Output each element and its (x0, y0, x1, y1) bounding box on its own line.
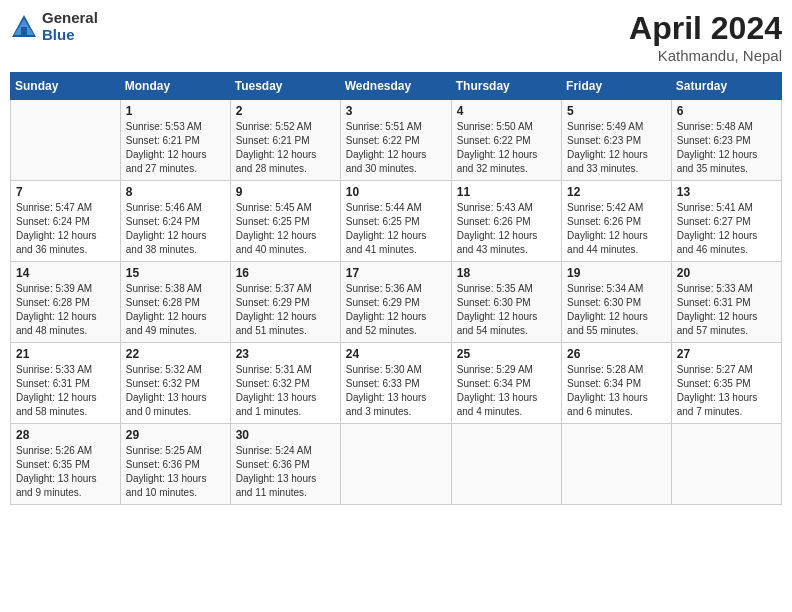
day-cell: 21Sunrise: 5:33 AM Sunset: 6:31 PM Dayli… (11, 343, 121, 424)
logo-text: General Blue (42, 10, 98, 43)
day-cell: 8Sunrise: 5:46 AM Sunset: 6:24 PM Daylig… (120, 181, 230, 262)
day-cell (671, 424, 781, 505)
day-cell: 22Sunrise: 5:32 AM Sunset: 6:32 PM Dayli… (120, 343, 230, 424)
day-number: 23 (236, 347, 335, 361)
day-info: Sunrise: 5:29 AM Sunset: 6:34 PM Dayligh… (457, 363, 556, 419)
day-info: Sunrise: 5:52 AM Sunset: 6:21 PM Dayligh… (236, 120, 335, 176)
day-info: Sunrise: 5:48 AM Sunset: 6:23 PM Dayligh… (677, 120, 776, 176)
day-number: 9 (236, 185, 335, 199)
day-number: 26 (567, 347, 666, 361)
day-number: 21 (16, 347, 115, 361)
title-location: Kathmandu, Nepal (629, 47, 782, 64)
day-number: 28 (16, 428, 115, 442)
day-number: 7 (16, 185, 115, 199)
day-info: Sunrise: 5:51 AM Sunset: 6:22 PM Dayligh… (346, 120, 446, 176)
day-info: Sunrise: 5:44 AM Sunset: 6:25 PM Dayligh… (346, 201, 446, 257)
day-number: 20 (677, 266, 776, 280)
day-info: Sunrise: 5:47 AM Sunset: 6:24 PM Dayligh… (16, 201, 115, 257)
day-number: 24 (346, 347, 446, 361)
day-cell: 3Sunrise: 5:51 AM Sunset: 6:22 PM Daylig… (340, 100, 451, 181)
day-number: 17 (346, 266, 446, 280)
header-cell-tuesday: Tuesday (230, 73, 340, 100)
day-info: Sunrise: 5:49 AM Sunset: 6:23 PM Dayligh… (567, 120, 666, 176)
day-cell: 12Sunrise: 5:42 AM Sunset: 6:26 PM Dayli… (562, 181, 672, 262)
week-row-4: 21Sunrise: 5:33 AM Sunset: 6:31 PM Dayli… (11, 343, 782, 424)
week-row-1: 1Sunrise: 5:53 AM Sunset: 6:21 PM Daylig… (11, 100, 782, 181)
title-month: April 2024 (629, 10, 782, 47)
day-info: Sunrise: 5:27 AM Sunset: 6:35 PM Dayligh… (677, 363, 776, 419)
day-cell (340, 424, 451, 505)
day-cell: 26Sunrise: 5:28 AM Sunset: 6:34 PM Dayli… (562, 343, 672, 424)
calendar-body: 1Sunrise: 5:53 AM Sunset: 6:21 PM Daylig… (11, 100, 782, 505)
day-number: 13 (677, 185, 776, 199)
day-number: 12 (567, 185, 666, 199)
day-info: Sunrise: 5:50 AM Sunset: 6:22 PM Dayligh… (457, 120, 556, 176)
day-number: 22 (126, 347, 225, 361)
day-number: 1 (126, 104, 225, 118)
logo-icon (10, 13, 38, 41)
day-number: 18 (457, 266, 556, 280)
day-number: 5 (567, 104, 666, 118)
day-cell: 17Sunrise: 5:36 AM Sunset: 6:29 PM Dayli… (340, 262, 451, 343)
day-number: 6 (677, 104, 776, 118)
day-cell: 27Sunrise: 5:27 AM Sunset: 6:35 PM Dayli… (671, 343, 781, 424)
day-number: 15 (126, 266, 225, 280)
day-cell (11, 100, 121, 181)
day-info: Sunrise: 5:28 AM Sunset: 6:34 PM Dayligh… (567, 363, 666, 419)
day-cell: 16Sunrise: 5:37 AM Sunset: 6:29 PM Dayli… (230, 262, 340, 343)
day-number: 8 (126, 185, 225, 199)
day-number: 25 (457, 347, 556, 361)
day-cell: 19Sunrise: 5:34 AM Sunset: 6:30 PM Dayli… (562, 262, 672, 343)
page-header: General Blue April 2024 Kathmandu, Nepal (10, 10, 782, 64)
header-cell-thursday: Thursday (451, 73, 561, 100)
day-cell: 29Sunrise: 5:25 AM Sunset: 6:36 PM Dayli… (120, 424, 230, 505)
day-info: Sunrise: 5:53 AM Sunset: 6:21 PM Dayligh… (126, 120, 225, 176)
day-number: 14 (16, 266, 115, 280)
day-info: Sunrise: 5:37 AM Sunset: 6:29 PM Dayligh… (236, 282, 335, 338)
day-cell: 14Sunrise: 5:39 AM Sunset: 6:28 PM Dayli… (11, 262, 121, 343)
day-number: 16 (236, 266, 335, 280)
title-block: April 2024 Kathmandu, Nepal (629, 10, 782, 64)
day-number: 11 (457, 185, 556, 199)
day-cell (562, 424, 672, 505)
day-info: Sunrise: 5:41 AM Sunset: 6:27 PM Dayligh… (677, 201, 776, 257)
day-number: 2 (236, 104, 335, 118)
day-cell: 23Sunrise: 5:31 AM Sunset: 6:32 PM Dayli… (230, 343, 340, 424)
day-cell: 15Sunrise: 5:38 AM Sunset: 6:28 PM Dayli… (120, 262, 230, 343)
day-cell: 24Sunrise: 5:30 AM Sunset: 6:33 PM Dayli… (340, 343, 451, 424)
svg-rect-2 (21, 27, 27, 35)
day-cell: 4Sunrise: 5:50 AM Sunset: 6:22 PM Daylig… (451, 100, 561, 181)
day-info: Sunrise: 5:24 AM Sunset: 6:36 PM Dayligh… (236, 444, 335, 500)
day-info: Sunrise: 5:36 AM Sunset: 6:29 PM Dayligh… (346, 282, 446, 338)
day-cell: 6Sunrise: 5:48 AM Sunset: 6:23 PM Daylig… (671, 100, 781, 181)
logo-blue: Blue (42, 27, 98, 44)
day-number: 4 (457, 104, 556, 118)
day-info: Sunrise: 5:45 AM Sunset: 6:25 PM Dayligh… (236, 201, 335, 257)
header-cell-monday: Monday (120, 73, 230, 100)
calendar-header: SundayMondayTuesdayWednesdayThursdayFrid… (11, 73, 782, 100)
day-info: Sunrise: 5:33 AM Sunset: 6:31 PM Dayligh… (677, 282, 776, 338)
header-row: SundayMondayTuesdayWednesdayThursdayFrid… (11, 73, 782, 100)
day-cell: 28Sunrise: 5:26 AM Sunset: 6:35 PM Dayli… (11, 424, 121, 505)
logo-general: General (42, 10, 98, 27)
day-info: Sunrise: 5:42 AM Sunset: 6:26 PM Dayligh… (567, 201, 666, 257)
day-cell: 18Sunrise: 5:35 AM Sunset: 6:30 PM Dayli… (451, 262, 561, 343)
day-number: 30 (236, 428, 335, 442)
day-number: 3 (346, 104, 446, 118)
day-cell: 10Sunrise: 5:44 AM Sunset: 6:25 PM Dayli… (340, 181, 451, 262)
day-cell: 5Sunrise: 5:49 AM Sunset: 6:23 PM Daylig… (562, 100, 672, 181)
day-info: Sunrise: 5:32 AM Sunset: 6:32 PM Dayligh… (126, 363, 225, 419)
day-info: Sunrise: 5:46 AM Sunset: 6:24 PM Dayligh… (126, 201, 225, 257)
day-cell: 9Sunrise: 5:45 AM Sunset: 6:25 PM Daylig… (230, 181, 340, 262)
week-row-3: 14Sunrise: 5:39 AM Sunset: 6:28 PM Dayli… (11, 262, 782, 343)
week-row-2: 7Sunrise: 5:47 AM Sunset: 6:24 PM Daylig… (11, 181, 782, 262)
day-cell: 1Sunrise: 5:53 AM Sunset: 6:21 PM Daylig… (120, 100, 230, 181)
day-info: Sunrise: 5:34 AM Sunset: 6:30 PM Dayligh… (567, 282, 666, 338)
day-info: Sunrise: 5:26 AM Sunset: 6:35 PM Dayligh… (16, 444, 115, 500)
header-cell-wednesday: Wednesday (340, 73, 451, 100)
day-cell: 7Sunrise: 5:47 AM Sunset: 6:24 PM Daylig… (11, 181, 121, 262)
day-cell: 11Sunrise: 5:43 AM Sunset: 6:26 PM Dayli… (451, 181, 561, 262)
week-row-5: 28Sunrise: 5:26 AM Sunset: 6:35 PM Dayli… (11, 424, 782, 505)
header-cell-saturday: Saturday (671, 73, 781, 100)
day-number: 27 (677, 347, 776, 361)
